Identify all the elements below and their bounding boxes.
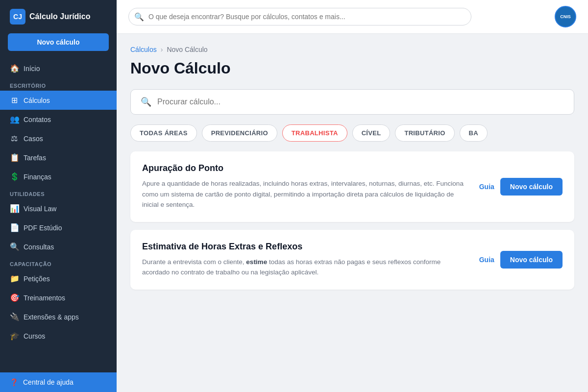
sidebar-item-extensoes[interactable]: 🔌 Extensões & apps	[0, 307, 117, 326]
sidebar-item-extensoes-label: Extensões & apps	[24, 313, 79, 321]
sidebar-item-inicio[interactable]: 🏠 Início	[0, 59, 117, 78]
cnis-avatar[interactable]: CNIS	[555, 6, 576, 27]
calc-search-input[interactable]	[157, 98, 564, 106]
calc-card-apuracao-content: Apuração do Ponto Apure a quantidade de …	[142, 163, 469, 210]
calc-card-apuracao-title: Apuração do Ponto	[142, 163, 469, 173]
casos-icon: ⚖	[10, 134, 19, 143]
sidebar-bottom: ❓ Central de ajuda	[0, 372, 117, 392]
financas-icon: 💲	[10, 172, 19, 181]
sidebar-item-cursos[interactable]: 🎓 Cursos	[0, 326, 117, 345]
calc-card-estimativa-content: Estimativa de Horas Extras e Reflexos Du…	[142, 242, 469, 278]
breadcrumb: Cálculos › Novo Cálculo	[130, 46, 574, 53]
sidebar-item-contatos-label: Contatos	[24, 116, 51, 123]
central-ajuda-label: Central de ajuda	[23, 378, 74, 386]
sidebar-item-treinamentos[interactable]: 🎯 Treinamentos	[0, 288, 117, 307]
sidebar-item-contatos[interactable]: 👥 Contatos	[0, 110, 117, 129]
calc-card-estimativa-actions: Guia Novo cálculo	[479, 251, 563, 269]
cursos-icon: 🎓	[10, 331, 19, 341]
content-area: Cálculos › Novo Cálculo Novo Cálculo 🔍 T…	[117, 34, 588, 392]
sidebar-item-pdf-estudio[interactable]: 📄 PDF Estúdio	[0, 218, 117, 237]
contatos-icon: 👥	[10, 115, 19, 124]
calc-card-estimativa-title: Estimativa de Horas Extras e Reflexos	[142, 242, 469, 252]
global-search-bar: 🔍	[128, 8, 471, 25]
tarefas-icon: 📋	[10, 153, 19, 162]
sidebar-item-consultas-label: Consultas	[24, 243, 54, 251]
sidebar-item-tarefas-label: Tarefas	[24, 154, 46, 162]
pdf-icon: 📄	[10, 223, 19, 232]
breadcrumb-separator: ›	[161, 46, 163, 53]
calc-search-box: 🔍	[130, 89, 574, 115]
help-icon: ❓	[10, 378, 18, 386]
peticoes-icon: 📁	[10, 274, 19, 283]
global-search-icon: 🔍	[134, 12, 144, 22]
sidebar-item-financas-label: Finanças	[24, 173, 51, 181]
central-ajuda-item[interactable]: ❓ Central de ajuda	[0, 372, 117, 392]
calc-card-estimativa-desc: Durante a entrevista com o cliente, esti…	[142, 257, 469, 278]
btn-novo-calculo-estimativa[interactable]: Novo cálculo	[500, 251, 563, 269]
logo-text: Cálculo Jurídico	[29, 12, 90, 21]
filter-tabs: TODAS ÁREAS PREVIDENCIÁRIO TRABALHISTA C…	[130, 124, 574, 142]
sidebar-item-calculos[interactable]: ⊞ Cálculos	[0, 91, 117, 110]
sidebar-item-tarefas[interactable]: 📋 Tarefas	[0, 148, 117, 167]
extensoes-icon: 🔌	[10, 312, 19, 321]
sidebar-item-visual-law[interactable]: 📊 Visual Law	[0, 199, 117, 218]
sidebar-item-inicio-label: Início	[24, 65, 40, 73]
home-icon: 🏠	[10, 64, 19, 73]
breadcrumb-parent[interactable]: Cálculos	[130, 46, 157, 53]
btn-novo-calculo-apuracao[interactable]: Novo cálculo	[500, 178, 563, 196]
sidebar-item-calculos-label: Cálculos	[24, 97, 50, 104]
sidebar-section-utilidades: Utilidades	[0, 186, 117, 199]
sidebar-item-cursos-label: Cursos	[24, 332, 45, 340]
sidebar-item-consultas[interactable]: 🔍 Consultas	[0, 237, 117, 256]
sidebar: CJ Cálculo Jurídico Novo cálculo 🏠 Iníci…	[0, 0, 117, 392]
novo-calculo-sidebar-button[interactable]: Novo cálculo	[8, 33, 109, 51]
app-logo: CJ Cálculo Jurídico	[0, 0, 117, 33]
btn-guia-estimativa[interactable]: Guia	[479, 256, 494, 264]
sidebar-item-financas[interactable]: 💲 Finanças	[0, 167, 117, 186]
global-search-input[interactable]	[128, 8, 471, 25]
sidebar-item-peticoes[interactable]: 📁 Petições	[0, 269, 117, 288]
sidebar-item-visual-law-label: Visual Law	[24, 205, 56, 213]
treinamentos-icon: 🎯	[10, 293, 19, 302]
calc-card-apuracao-actions: Guia Novo cálculo	[479, 178, 563, 196]
sidebar-item-pdf-label: PDF Estúdio	[24, 224, 62, 232]
filter-tab-todas-areas[interactable]: TODAS ÁREAS	[130, 124, 197, 142]
breadcrumb-current: Novo Cálculo	[167, 46, 207, 53]
filter-tab-ba[interactable]: BA	[460, 124, 488, 142]
page-title: Novo Cálculo	[130, 59, 574, 77]
logo-icon: CJ	[10, 9, 25, 24]
main-area: 🔍 CNIS Cálculos › Novo Cálculo Novo Cálc…	[117, 0, 588, 392]
calc-card-apuracao-ponto: Apuração do Ponto Apure a quantidade de …	[130, 151, 574, 222]
sidebar-section-capacitacao: Capacitação	[0, 256, 117, 269]
calc-search-icon: 🔍	[141, 97, 151, 107]
sidebar-item-treinamentos-label: Treinamentos	[24, 294, 65, 302]
btn-guia-apuracao[interactable]: Guia	[479, 183, 494, 191]
sidebar-section-escritorio: Escritório	[0, 78, 117, 91]
sidebar-item-peticoes-label: Petições	[24, 275, 50, 283]
filter-tab-previdenciario[interactable]: PREVIDENCIÁRIO	[202, 124, 277, 142]
filter-tab-trabalhista[interactable]: TRABALHISTA	[282, 124, 347, 142]
sidebar-item-casos-label: Casos	[24, 135, 43, 143]
filter-tab-tributario[interactable]: TRIBUTÁRIO	[395, 124, 454, 142]
visual-law-icon: 📊	[10, 204, 19, 213]
filter-tab-civel[interactable]: CÍVEL	[352, 124, 391, 142]
sidebar-item-casos[interactable]: ⚖ Casos	[0, 129, 117, 148]
calculos-icon: ⊞	[10, 96, 19, 105]
calc-card-estimativa-horas: Estimativa de Horas Extras e Reflexos Du…	[130, 230, 574, 290]
topbar: 🔍 CNIS	[117, 0, 588, 34]
consultas-icon: 🔍	[10, 242, 19, 251]
calc-card-apuracao-desc: Apure a quantidade de horas realizadas, …	[142, 178, 469, 210]
